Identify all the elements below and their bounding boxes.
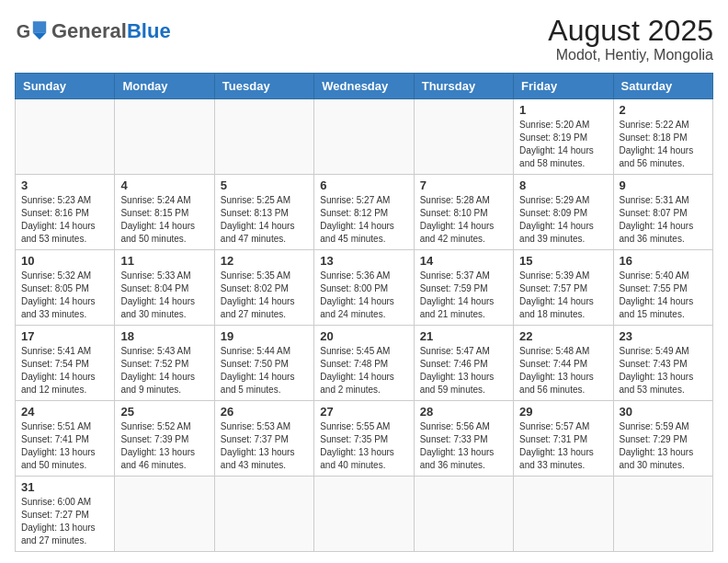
calendar-cell: 29Sunrise: 5:57 AM Sunset: 7:31 PM Dayli… (514, 401, 613, 477)
calendar-week-3: 10Sunrise: 5:32 AM Sunset: 8:05 PM Dayli… (16, 250, 713, 326)
calendar-week-1: 1Sunrise: 5:20 AM Sunset: 8:19 PM Daylig… (16, 99, 713, 175)
day-number: 21 (420, 329, 507, 343)
day-info: Sunrise: 5:43 AM Sunset: 7:52 PM Dayligh… (120, 345, 208, 396)
calendar-cell: 5Sunrise: 5:25 AM Sunset: 8:13 PM Daylig… (214, 175, 313, 250)
calendar-cell: 6Sunrise: 5:27 AM Sunset: 8:12 PM Daylig… (314, 175, 414, 250)
calendar-cell: 3Sunrise: 5:23 AM Sunset: 8:16 PM Daylig… (16, 175, 115, 250)
day-number: 28 (420, 405, 507, 419)
page-header: G GeneralBlue August 2025 Modot, Hentiy,… (15, 15, 713, 63)
calendar-week-4: 17Sunrise: 5:41 AM Sunset: 7:54 PM Dayli… (16, 326, 713, 401)
day-number: 30 (620, 405, 707, 419)
day-info: Sunrise: 5:44 AM Sunset: 7:50 PM Dayligh… (221, 345, 308, 396)
day-number: 8 (519, 178, 607, 192)
day-info: Sunrise: 5:56 AM Sunset: 7:33 PM Dayligh… (420, 420, 507, 472)
day-info: Sunrise: 5:36 AM Sunset: 8:00 PM Dayligh… (320, 270, 407, 321)
day-info: Sunrise: 5:47 AM Sunset: 7:46 PM Dayligh… (420, 345, 507, 396)
calendar-cell: 1Sunrise: 5:20 AM Sunset: 8:19 PM Daylig… (514, 99, 613, 175)
logo-text: GeneralBlue (51, 21, 171, 41)
calendar-cell: 25Sunrise: 5:52 AM Sunset: 7:39 PM Dayli… (115, 401, 214, 477)
calendar-cell (514, 477, 613, 552)
calendar-cell (613, 477, 712, 552)
day-number: 11 (120, 254, 208, 268)
calendar-cell: 26Sunrise: 5:53 AM Sunset: 7:37 PM Dayli… (214, 401, 313, 477)
day-number: 29 (519, 405, 607, 419)
calendar-cell: 8Sunrise: 5:29 AM Sunset: 8:09 PM Daylig… (514, 175, 613, 250)
day-info: Sunrise: 5:41 AM Sunset: 7:54 PM Dayligh… (21, 345, 108, 396)
calendar-cell (314, 99, 414, 175)
svg-marker-1 (33, 21, 46, 33)
day-number: 14 (420, 254, 507, 268)
calendar-cell: 22Sunrise: 5:48 AM Sunset: 7:44 PM Dayli… (514, 326, 613, 401)
calendar-cell: 7Sunrise: 5:28 AM Sunset: 8:10 PM Daylig… (414, 175, 513, 250)
calendar-cell: 9Sunrise: 5:31 AM Sunset: 8:07 PM Daylig… (613, 175, 712, 250)
calendar-week-6: 31Sunrise: 6:00 AM Sunset: 7:27 PM Dayli… (16, 477, 713, 552)
calendar-cell: 2Sunrise: 5:22 AM Sunset: 8:18 PM Daylig… (613, 99, 712, 175)
calendar-cell: 11Sunrise: 5:33 AM Sunset: 8:04 PM Dayli… (115, 250, 214, 326)
calendar-cell: 17Sunrise: 5:41 AM Sunset: 7:54 PM Dayli… (16, 326, 115, 401)
day-info: Sunrise: 5:25 AM Sunset: 8:13 PM Dayligh… (221, 194, 308, 246)
day-number: 4 (120, 178, 208, 192)
calendar-cell (214, 99, 313, 175)
day-number: 2 (620, 103, 707, 117)
calendar-cell (414, 477, 513, 552)
calendar-cell: 31Sunrise: 6:00 AM Sunset: 7:27 PM Dayli… (16, 477, 115, 552)
calendar-cell: 28Sunrise: 5:56 AM Sunset: 7:33 PM Dayli… (414, 401, 513, 477)
day-info: Sunrise: 5:22 AM Sunset: 8:18 PM Dayligh… (620, 119, 707, 170)
day-info: Sunrise: 5:57 AM Sunset: 7:31 PM Dayligh… (519, 420, 607, 472)
day-info: Sunrise: 5:24 AM Sunset: 8:15 PM Dayligh… (120, 194, 208, 246)
day-info: Sunrise: 5:31 AM Sunset: 8:07 PM Dayligh… (620, 194, 707, 246)
calendar-cell: 19Sunrise: 5:44 AM Sunset: 7:50 PM Dayli… (214, 326, 313, 401)
calendar-cell: 14Sunrise: 5:37 AM Sunset: 7:59 PM Dayli… (414, 250, 513, 326)
calendar-cell: 4Sunrise: 5:24 AM Sunset: 8:15 PM Daylig… (115, 175, 214, 250)
weekday-tuesday: Tuesday (214, 74, 313, 99)
calendar-cell: 12Sunrise: 5:35 AM Sunset: 8:02 PM Dayli… (214, 250, 313, 326)
day-info: Sunrise: 5:33 AM Sunset: 8:04 PM Dayligh… (120, 270, 208, 321)
day-info: Sunrise: 5:20 AM Sunset: 8:19 PM Dayligh… (519, 119, 607, 170)
day-info: Sunrise: 5:59 AM Sunset: 7:29 PM Dayligh… (620, 420, 707, 472)
calendar-body: 1Sunrise: 5:20 AM Sunset: 8:19 PM Daylig… (16, 99, 713, 552)
day-number: 16 (620, 254, 707, 268)
calendar-cell: 23Sunrise: 5:49 AM Sunset: 7:43 PM Dayli… (613, 326, 712, 401)
day-info: Sunrise: 5:27 AM Sunset: 8:12 PM Dayligh… (320, 194, 407, 246)
calendar-cell (16, 99, 115, 175)
day-info: Sunrise: 5:32 AM Sunset: 8:05 PM Dayligh… (21, 270, 108, 321)
day-number: 1 (519, 103, 607, 117)
calendar-cell (214, 477, 313, 552)
logo: G GeneralBlue (15, 15, 171, 48)
day-info: Sunrise: 5:55 AM Sunset: 7:35 PM Dayligh… (320, 420, 407, 472)
day-number: 10 (21, 254, 108, 268)
day-number: 23 (620, 329, 707, 343)
day-number: 5 (221, 178, 308, 192)
day-number: 20 (320, 329, 407, 343)
calendar-week-5: 24Sunrise: 5:51 AM Sunset: 7:41 PM Dayli… (16, 401, 713, 477)
calendar-cell: 30Sunrise: 5:59 AM Sunset: 7:29 PM Dayli… (613, 401, 712, 477)
day-number: 17 (21, 329, 108, 343)
weekday-thursday: Thursday (414, 74, 513, 99)
day-info: Sunrise: 5:37 AM Sunset: 7:59 PM Dayligh… (420, 270, 507, 321)
calendar: SundayMondayTuesdayWednesdayThursdayFrid… (15, 73, 713, 552)
logo-icon: G (15, 15, 48, 48)
calendar-cell (314, 477, 414, 552)
day-info: Sunrise: 5:39 AM Sunset: 7:57 PM Dayligh… (519, 270, 607, 321)
day-number: 24 (21, 405, 108, 419)
day-info: Sunrise: 5:52 AM Sunset: 7:39 PM Dayligh… (120, 420, 208, 472)
svg-marker-2 (33, 33, 46, 40)
calendar-cell: 24Sunrise: 5:51 AM Sunset: 7:41 PM Dayli… (16, 401, 115, 477)
day-number: 3 (21, 178, 108, 192)
weekday-saturday: Saturday (613, 74, 712, 99)
calendar-cell (414, 99, 513, 175)
day-info: Sunrise: 5:48 AM Sunset: 7:44 PM Dayligh… (519, 345, 607, 396)
weekday-sunday: Sunday (16, 74, 115, 99)
day-number: 12 (221, 254, 308, 268)
day-number: 25 (120, 405, 208, 419)
day-number: 27 (320, 405, 407, 419)
calendar-cell (115, 99, 214, 175)
day-info: Sunrise: 5:28 AM Sunset: 8:10 PM Dayligh… (420, 194, 507, 246)
day-number: 7 (420, 178, 507, 192)
month-title: August 2025 (548, 15, 713, 47)
calendar-cell: 20Sunrise: 5:45 AM Sunset: 7:48 PM Dayli… (314, 326, 414, 401)
title-area: August 2025 Modot, Hentiy, Mongolia (548, 15, 713, 63)
weekday-friday: Friday (514, 74, 613, 99)
calendar-cell: 15Sunrise: 5:39 AM Sunset: 7:57 PM Dayli… (514, 250, 613, 326)
day-info: Sunrise: 5:49 AM Sunset: 7:43 PM Dayligh… (620, 345, 707, 396)
